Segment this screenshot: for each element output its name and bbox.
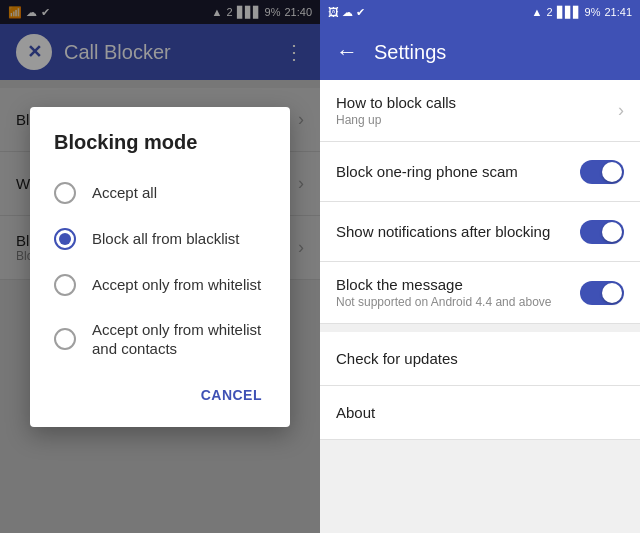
time-right: 21:41 (604, 6, 632, 18)
settings-item-content: Block the message Not supported on Andro… (336, 276, 580, 309)
dialog-overlay: Blocking mode Accept all Block all from … (0, 0, 320, 533)
cancel-button[interactable]: Cancel (189, 379, 274, 411)
left-panel: 📶 ☁ ✔ ▲ 2 ▋▋▋ 9% 21:40 ✕ Call Blocker ⋮ … (0, 0, 320, 533)
settings-item-how-to-block[interactable]: How to block calls Hang up › (320, 80, 640, 142)
radio-circle-accept-whitelist (54, 274, 76, 296)
settings-bar: ← Settings (320, 24, 640, 80)
check-icon-right: ✔ (356, 6, 365, 18)
image-icon-right: 🖼 (328, 6, 339, 18)
settings-arrow-icon: › (618, 100, 624, 121)
radio-label-block-blacklist: Block all from blacklist (92, 229, 240, 249)
radio-circle-block-blacklist (54, 228, 76, 250)
back-button[interactable]: ← (336, 39, 358, 65)
settings-item-title-block-message: Block the message (336, 276, 580, 293)
settings-item-block-message[interactable]: Block the message Not supported on Andro… (320, 262, 640, 324)
radio-option-accept-whitelist-contacts[interactable]: Accept only from whitelist and contacts (30, 308, 290, 371)
radio-circle-accept-all (54, 182, 76, 204)
radio-label-accept-whitelist: Accept only from whitelist (92, 275, 261, 295)
toggle-notifications[interactable] (580, 220, 624, 244)
settings-item-one-ring[interactable]: Block one-ring phone scam (320, 142, 640, 202)
settings-item-title-about: About (336, 404, 624, 421)
settings-item-content: How to block calls Hang up (336, 94, 618, 127)
radio-option-accept-whitelist[interactable]: Accept only from whitelist (30, 262, 290, 308)
settings-item-title-one-ring: Block one-ring phone scam (336, 163, 580, 180)
radio-option-accept-all[interactable]: Accept all (30, 170, 290, 216)
settings-list: How to block calls Hang up › Block one-r… (320, 80, 640, 533)
radio-option-block-blacklist[interactable]: Block all from blacklist (30, 216, 290, 262)
signal-bars-right: ▋▋▋ (557, 6, 581, 19)
status-icons-right-left: 🖼 ☁ ✔ (328, 6, 365, 19)
radio-label-accept-whitelist-contacts: Accept only from whitelist and contacts (92, 320, 266, 359)
status-bar-right: 🖼 ☁ ✔ ▲ 2 ▋▋▋ 9% 21:41 (320, 0, 640, 24)
settings-item-title-how-to-block: How to block calls (336, 94, 618, 111)
radio-label-accept-all: Accept all (92, 183, 157, 203)
radio-circle-accept-whitelist-contacts (54, 328, 76, 350)
dialog-actions: Cancel (30, 371, 290, 419)
toggle-block-message[interactable] (580, 281, 624, 305)
toggle-one-ring[interactable] (580, 160, 624, 184)
settings-item-check-updates[interactable]: Check for updates (320, 332, 640, 386)
cloud-icon-right: ☁ (342, 6, 353, 18)
settings-item-title-check-updates: Check for updates (336, 350, 624, 367)
settings-divider (320, 324, 640, 332)
wifi-icon-right: ▲ (532, 6, 543, 18)
settings-item-sub-block-message: Not supported on Android 4.4 and above (336, 295, 580, 309)
settings-item-content: Show notifications after blocking (336, 223, 580, 240)
right-panel: 🖼 ☁ ✔ ▲ 2 ▋▋▋ 9% 21:41 ← Settings How to… (320, 0, 640, 533)
network-icon-right: 2 (546, 6, 552, 18)
settings-item-sub-how-to-block: Hang up (336, 113, 618, 127)
settings-title: Settings (374, 41, 446, 64)
settings-item-content: Block one-ring phone scam (336, 163, 580, 180)
battery-right: 9% (585, 6, 601, 18)
status-icons-right: ▲ 2 ▋▋▋ 9% 21:41 (532, 6, 632, 19)
dialog-title: Blocking mode (30, 131, 290, 170)
settings-item-about[interactable]: About (320, 386, 640, 440)
settings-item-title-notifications: Show notifications after blocking (336, 223, 580, 240)
blocking-mode-dialog: Blocking mode Accept all Block all from … (30, 107, 290, 427)
settings-item-notifications[interactable]: Show notifications after blocking (320, 202, 640, 262)
